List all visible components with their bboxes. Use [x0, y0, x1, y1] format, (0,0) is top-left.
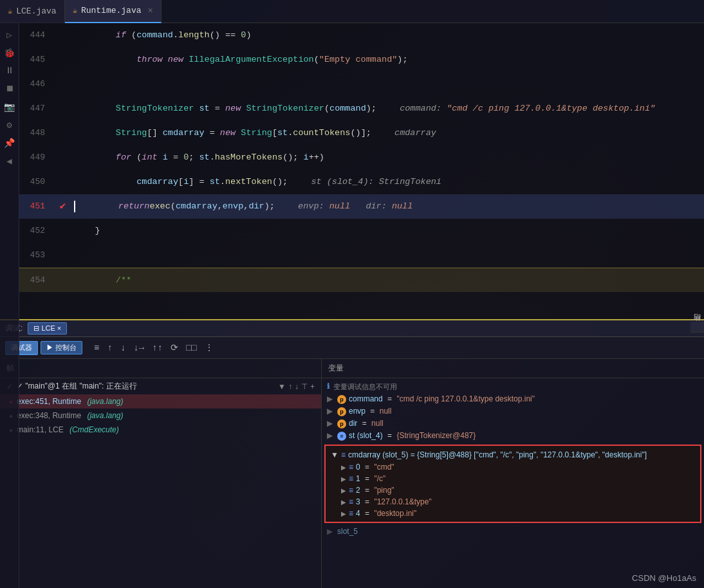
stack-panel: 帧 ✓ ✓ "main"@1 在组 "main": 正在运行 ▼ ↑ ↓ ⊤ + — [0, 359, 322, 588]
sidebar-camera-icon[interactable]: 📷 — [2, 99, 17, 115]
child-list-icon-4: ≡ — [349, 509, 353, 518]
child-index-1: 1 — [356, 474, 360, 483]
sidebar-debug-icon[interactable]: 🐞 — [2, 45, 17, 60]
var-value-dir: null — [371, 419, 384, 428]
expand-child-0-icon[interactable]: ▶ — [341, 464, 346, 471]
child-eq-0: = — [363, 463, 372, 472]
child-eq-3: = — [363, 497, 372, 506]
child-index-0: 0 — [356, 463, 360, 472]
toolbar-restart-icon[interactable]: ⟳ — [168, 341, 181, 354]
child-eq-4: = — [363, 509, 372, 518]
expand-cmdarray-icon[interactable]: ▼ — [331, 450, 338, 459]
cmdarray-list-icon: ≡ — [341, 450, 346, 459]
tab-runtime-label: Runtime.java — [81, 6, 142, 15]
frame-method-1: exec:348, Runtime — [17, 411, 81, 420]
toolbar-menu-icon[interactable]: ≡ — [91, 342, 102, 354]
expand-child-4-icon[interactable]: ▶ — [341, 510, 346, 517]
toolbar-stepinto-icon[interactable]: ↓ — [118, 342, 128, 354]
thread-up-icon[interactable]: ↑ — [288, 382, 292, 391]
sidebar-run-icon[interactable]: ▷ — [2, 27, 17, 42]
code-line-446: 446 — [19, 72, 704, 96]
line-num-448: 448 — [19, 121, 55, 145]
stack-frame-0[interactable]: ● exec:451, Runtime (java.lang) — [0, 394, 321, 409]
expand-child-2-icon[interactable]: ▶ — [341, 487, 346, 494]
array-child-4[interactable]: ▶ ≡ 4 = "desktop.ini" — [326, 508, 700, 519]
child-index-3: 3 — [356, 497, 360, 506]
info-icon: ℹ — [327, 382, 329, 390]
line-num-447: 447 — [19, 96, 55, 121]
var-command[interactable]: ▶ p command = "cmd /c ping 127.0.0.1&typ… — [322, 393, 704, 405]
code-line-454: 454 /** — [19, 268, 704, 292]
lce-file-icon: ☕ — [8, 6, 12, 16]
frame-method-0: exec:451, Runtime — [17, 397, 81, 406]
toolbar-frames-icon[interactable]: □□ — [183, 342, 199, 354]
cmdarray-header[interactable]: ▼ ≡ cmdarray (slot_5) = {String[5]@488} … — [326, 448, 700, 461]
expand-child-1-icon[interactable]: ▶ — [341, 475, 346, 482]
var-eq-st: = — [385, 431, 394, 440]
vars-panel: 变量 ℹ 变量调试信息不可用 ▶ p command = — [322, 359, 704, 588]
child-list-icon-2: ≡ — [349, 486, 353, 495]
right-label-structure[interactable]: 结构 — [690, 322, 704, 333]
thread-item[interactable]: ✓ ✓ "main"@1 在组 "main": 正在运行 ▼ ↑ ↓ ⊤ + — [0, 378, 321, 394]
toolbar-resume-icon[interactable]: ↑↑ — [149, 342, 165, 354]
var-eq-envp: = — [368, 407, 377, 416]
frame-class-0: (java.lang) — [85, 397, 123, 406]
code-content-447: StringTokenizer st = new StringTokenizer… — [71, 96, 704, 121]
expand-slot5-icon[interactable]: ▶ — [327, 527, 335, 536]
expand-st-icon[interactable]: ▶ — [327, 431, 335, 440]
code-content-451: return exec(cmdarray, envp, dir); envp: … — [71, 194, 704, 219]
var-dir[interactable]: ▶ p dir = null — [322, 418, 704, 430]
tab-runtime[interactable]: ☕ Runtime.java × — [65, 0, 162, 23]
thread-dropdown-icon[interactable]: ▼ — [278, 382, 286, 391]
var-type-icon-command: p — [337, 395, 346, 404]
debug-toolbar: 调试器 ▶ 控制台 ≡ ↑ ↓ ↓→ ↑↑ ⟳ □□ ⋮ — [0, 337, 704, 359]
var-st[interactable]: ▶ ≡ st (slot_4) = {StringTokenizer@487} — [322, 430, 704, 442]
frame-class-2: (CmdExecute) — [68, 425, 119, 434]
editor-container: ☕ LCE.java ☕ Runtime.java × ▷ 🐞 ⏸ ⏹ 📷 ⚙ … — [0, 0, 704, 588]
toolbar-stepout-icon[interactable]: ↓→ — [131, 342, 147, 354]
stack-frame-1[interactable]: ● exec:348, Runtime (java.lang) — [0, 409, 321, 423]
line-num-454: 454 — [19, 268, 55, 293]
array-child-0[interactable]: ▶ ≡ 0 = "cmd" — [326, 461, 700, 473]
tab-close-icon[interactable]: × — [148, 6, 153, 16]
thread-down-icon[interactable]: ↓ — [295, 382, 299, 391]
vars-info-msg: ℹ 变量调试信息不可用 — [322, 381, 704, 393]
cmdarray-label: cmdarray (slot_5) = {String[5]@488} ["cm… — [348, 450, 647, 459]
code-content-445: throw new IllegalArgumentException("Empt… — [71, 48, 704, 72]
toolbar-more-icon[interactable]: ⋮ — [202, 341, 216, 354]
expand-command-icon[interactable]: ▶ — [327, 394, 335, 403]
sidebar-back-icon[interactable]: ◀ — [2, 153, 17, 169]
sidebar-gear-icon[interactable]: ⚙ — [2, 117, 17, 133]
tab-lce[interactable]: ☕ LCE.java — [0, 0, 65, 23]
code-content-450: cmdarray[i] = st.nextToken(); st (slot_4… — [71, 170, 704, 194]
child-value-3: "127.0.0.1&type" — [374, 497, 431, 506]
debug-arrow-icon: ✔ — [60, 194, 66, 219]
thread-plus-icon[interactable]: + — [310, 382, 315, 391]
expand-dir-icon[interactable]: ▶ — [327, 419, 335, 428]
stack-frame-2[interactable]: ● main:11, LCE (CmdExecute) — [0, 423, 321, 437]
var-envp[interactable]: ▶ p envp = null — [322, 405, 704, 418]
code-line-450: 450 cmdarray[i] = st.nextToken(); st (sl… — [19, 170, 704, 194]
var-value-st: {StringTokenizer@487} — [396, 431, 476, 440]
array-child-3[interactable]: ▶ ≡ 3 = "127.0.0.1&type" — [326, 496, 700, 508]
sidebar-pin-icon[interactable]: 📌 — [2, 135, 17, 151]
code-line-452: 452 } — [19, 219, 704, 243]
line-num-445: 445 — [19, 48, 55, 72]
toolbar-stepover-icon[interactable]: ↑ — [104, 342, 115, 354]
child-value-2: "ping" — [374, 486, 394, 495]
array-child-2[interactable]: ▶ ≡ 2 = "ping" — [326, 484, 700, 496]
expand-envp-icon[interactable]: ▶ — [327, 407, 335, 416]
line-num-453: 453 — [19, 243, 55, 268]
debug-tab-button[interactable]: ⊟ LCE × — [28, 322, 67, 335]
console-tab-btn[interactable]: ▶ 控制台 — [41, 341, 82, 354]
var-slot5[interactable]: ▶ slot_5 — [322, 526, 704, 537]
var-eq-command: = — [385, 394, 394, 403]
sidebar-stop-icon[interactable]: ⏹ — [2, 81, 17, 96]
debug-cursor — [74, 201, 75, 212]
thread-filter-icon[interactable]: ⊤ — [301, 382, 308, 391]
var-value-envp: null — [380, 407, 392, 416]
expand-child-3-icon[interactable]: ▶ — [341, 499, 346, 506]
thread-label: ✓ "main"@1 在组 "main": 正在运行 — [17, 381, 137, 392]
array-child-1[interactable]: ▶ ≡ 1 = "/c" — [326, 473, 700, 484]
sidebar-pause-icon[interactable]: ⏸ — [2, 63, 17, 78]
